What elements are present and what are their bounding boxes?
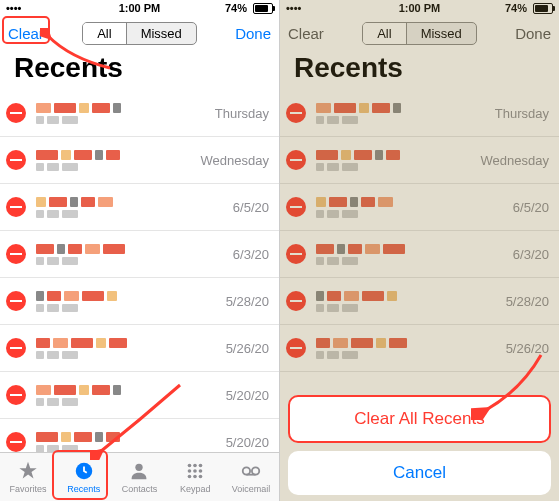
keypad-icon <box>184 460 206 482</box>
delete-minus-icon[interactable] <box>286 338 306 358</box>
svg-point-8 <box>188 475 192 479</box>
table-row[interactable]: Thursday <box>0 90 279 137</box>
table-row[interactable]: 5/28/20 <box>280 278 559 325</box>
status-battery: 74% <box>225 2 273 15</box>
contact-name-redacted <box>316 338 506 348</box>
row-content <box>316 150 481 171</box>
svg-point-4 <box>199 464 203 468</box>
row-date: 6/3/20 <box>233 247 269 262</box>
contact-name-redacted <box>36 150 201 160</box>
tab-recents[interactable]: Recents <box>56 453 112 501</box>
recents-list: ThursdayWednesday6/5/206/3/205/28/205/26… <box>0 90 279 452</box>
delete-minus-icon[interactable] <box>6 197 26 217</box>
tab-keypad[interactable]: Keypad <box>167 453 223 501</box>
svg-point-7 <box>199 469 203 473</box>
seg-missed[interactable]: Missed <box>407 23 476 44</box>
delete-minus-icon[interactable] <box>6 432 26 452</box>
delete-minus-icon[interactable] <box>286 244 306 264</box>
contact-name-redacted <box>36 291 226 301</box>
contact-name-redacted <box>316 291 506 301</box>
row-content <box>316 103 495 124</box>
contact-name-redacted <box>316 150 481 160</box>
call-type-redacted <box>36 116 215 124</box>
table-row[interactable]: 5/26/20 <box>0 325 279 372</box>
contact-name-redacted <box>316 244 513 254</box>
call-type-redacted <box>316 304 506 312</box>
row-content <box>36 385 226 406</box>
delete-minus-icon[interactable] <box>6 103 26 123</box>
row-date: 5/20/20 <box>226 388 269 403</box>
status-bar: •••• 1:00 PM 74% <box>0 0 279 16</box>
delete-minus-icon[interactable] <box>6 244 26 264</box>
seg-missed[interactable]: Missed <box>127 23 196 44</box>
seg-all[interactable]: All <box>83 23 126 44</box>
row-content <box>36 291 226 312</box>
delete-minus-icon[interactable] <box>6 338 26 358</box>
clock-icon <box>73 460 95 482</box>
call-type-redacted <box>316 257 513 265</box>
status-signal: •••• <box>6 2 21 14</box>
nav-bar: Clear All Missed Done <box>0 16 279 50</box>
row-date: Thursday <box>215 106 269 121</box>
done-button[interactable]: Done <box>235 25 271 42</box>
tab-voicemail[interactable]: Voicemail <box>223 453 279 501</box>
svg-point-11 <box>243 467 250 474</box>
row-date: 6/5/20 <box>513 200 549 215</box>
clear-all-recents-button[interactable]: Clear All Recents <box>288 395 551 443</box>
row-content <box>316 197 513 218</box>
table-row[interactable]: 5/20/20 <box>0 372 279 419</box>
delete-minus-icon[interactable] <box>6 291 26 311</box>
star-icon <box>17 460 39 482</box>
row-date: Wednesday <box>481 153 549 168</box>
table-row[interactable]: 6/5/20 <box>280 184 559 231</box>
row-content <box>316 244 513 265</box>
delete-minus-icon[interactable] <box>286 150 306 170</box>
row-date: Wednesday <box>201 153 269 168</box>
table-row[interactable]: Thursday <box>280 90 559 137</box>
tab-contacts[interactable]: Contacts <box>112 453 168 501</box>
contact-name-redacted <box>316 197 513 207</box>
row-content <box>36 150 201 171</box>
row-content <box>36 432 226 453</box>
segmented-control[interactable]: All Missed <box>362 22 477 45</box>
action-sheet: Clear All Recents Cancel <box>288 395 551 495</box>
delete-minus-icon[interactable] <box>286 103 306 123</box>
svg-point-10 <box>199 475 203 479</box>
delete-minus-icon[interactable] <box>6 385 26 405</box>
table-row[interactable]: 5/26/20 <box>280 325 559 372</box>
call-type-redacted <box>36 445 226 453</box>
screen-left: •••• 1:00 PM 74% Clear All Missed Done R… <box>0 0 280 501</box>
delete-minus-icon[interactable] <box>6 150 26 170</box>
tab-bar: Favorites Recents Contacts Keypad Voicem… <box>0 452 279 501</box>
row-date: 5/28/20 <box>506 294 549 309</box>
row-content <box>36 197 233 218</box>
row-date: 6/3/20 <box>513 247 549 262</box>
svg-point-9 <box>193 475 197 479</box>
status-time: 1:00 PM <box>399 2 441 14</box>
table-row[interactable]: 5/20/20 <box>0 419 279 452</box>
svg-point-1 <box>136 464 143 471</box>
table-row[interactable]: 6/3/20 <box>280 231 559 278</box>
table-row[interactable]: Wednesday <box>280 137 559 184</box>
table-row[interactable]: 6/5/20 <box>0 184 279 231</box>
clear-button[interactable]: Clear <box>288 25 324 42</box>
seg-all[interactable]: All <box>363 23 406 44</box>
tab-favorites[interactable]: Favorites <box>0 453 56 501</box>
table-row[interactable]: Wednesday <box>0 137 279 184</box>
svg-point-12 <box>252 467 259 474</box>
svg-point-3 <box>193 464 197 468</box>
contact-name-redacted <box>36 197 233 207</box>
delete-minus-icon[interactable] <box>286 197 306 217</box>
cancel-button[interactable]: Cancel <box>288 451 551 495</box>
delete-minus-icon[interactable] <box>286 291 306 311</box>
row-date: 5/26/20 <box>506 341 549 356</box>
row-content <box>316 291 506 312</box>
done-button[interactable]: Done <box>515 25 551 42</box>
clear-button[interactable]: Clear <box>8 25 44 42</box>
nav-bar: Clear All Missed Done <box>280 16 559 50</box>
call-type-redacted <box>36 304 226 312</box>
contact-name-redacted <box>36 103 215 113</box>
segmented-control[interactable]: All Missed <box>82 22 197 45</box>
table-row[interactable]: 5/28/20 <box>0 278 279 325</box>
table-row[interactable]: 6/3/20 <box>0 231 279 278</box>
